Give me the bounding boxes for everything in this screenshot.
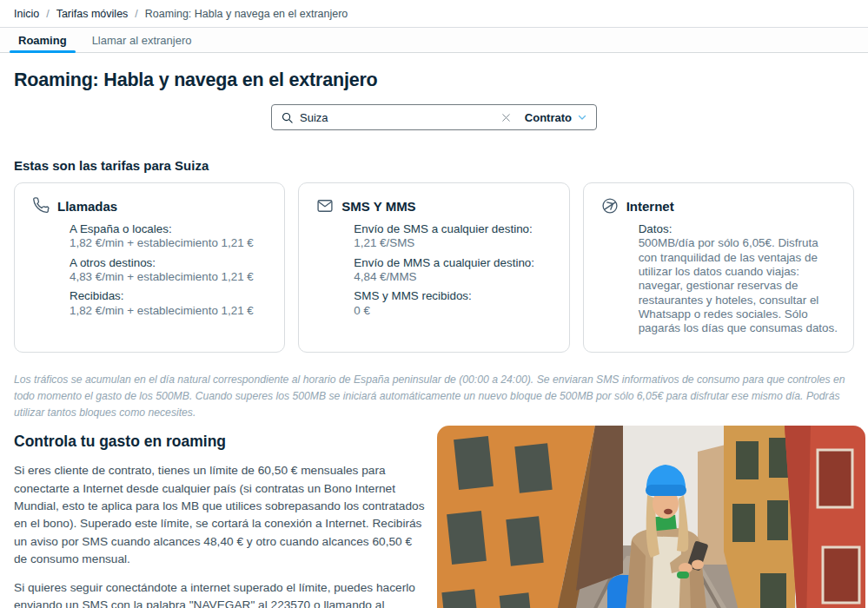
breadcrumb-tarifas-moviles[interactable]: Tarifas móviles — [56, 8, 129, 20]
contract-type-dropdown[interactable]: Contrato — [520, 111, 587, 124]
card-llamadas-header: Llamadas — [32, 197, 270, 215]
card-sms-title: SMS Y MMS — [341, 199, 415, 214]
control-heading: Controla tu gasto en roaming — [14, 433, 426, 451]
main-content: Roaming: Habla y navega en el extranjero… — [0, 69, 868, 608]
tariff-cards: Llamadas A España o locales: 1,82 €/min … — [14, 182, 854, 353]
hero-photo-container — [437, 420, 865, 608]
tariff-value: 0 € — [354, 304, 554, 318]
usage-disclaimer: Los tráficos se acumulan en el día natur… — [14, 372, 854, 421]
roaming-control-section: Controla tu gasto en roaming Si eres cli… — [14, 420, 854, 608]
page-title: Roaming: Habla y navega en el extranjero — [14, 69, 854, 91]
tariff-label: Datos: — [639, 222, 839, 236]
tariff-label: Envío de MMS a cualquier destino: — [354, 256, 554, 270]
tariff-label: A otros destinos: — [70, 256, 270, 270]
tariff-item: Envío de MMS a cualquier destino: 4,84 €… — [354, 256, 554, 285]
card-sms-mms: SMS Y MMS Envío de SMS a cualquier desti… — [298, 182, 569, 353]
chevron-down-icon — [577, 112, 587, 122]
breadcrumb-separator: / — [46, 8, 49, 20]
card-internet-title: Internet — [626, 199, 674, 214]
country-search-box[interactable]: Contrato — [271, 104, 597, 130]
breadcrumb: Inicio / Tarifas móviles / Roaming: Habl… — [0, 0, 868, 27]
tariff-item: Datos: 500MB/día por sólo 6,05€. Disfrut… — [639, 222, 839, 336]
roaming-control-text: Controla tu gasto en roaming Si eres cli… — [14, 420, 426, 608]
tab-bar: Roaming Llamar al extranjero — [0, 27, 868, 53]
tariff-item: SMS y MMS recibidos: 0 € — [354, 289, 554, 318]
tariff-value: 500MB/día por sólo 6,05€. Disfruta con t… — [639, 236, 839, 335]
card-llamadas-body: A España o locales: 1,82 €/min + estable… — [70, 222, 270, 318]
tab-llamar-label: Llamar al extranjero — [92, 34, 192, 47]
globe-icon — [601, 197, 619, 215]
tariff-value: 4,84 €/MMS — [354, 270, 554, 284]
tariff-item: A otros destinos: 4,83 €/min + estableci… — [70, 256, 270, 285]
control-paragraph-2-line1: Si quieres seguir conectándote a interne… — [14, 581, 415, 608]
country-search-input[interactable] — [300, 111, 493, 124]
tariff-label: Envío de SMS a cualquier destino: — [354, 222, 554, 236]
card-internet-body: Datos: 500MB/día por sólo 6,05€. Disfrut… — [639, 222, 839, 336]
hero-photo — [437, 426, 865, 608]
search-row: Contrato — [14, 104, 854, 130]
breadcrumb-current-page: Roaming: Habla y navega en el extranjero — [145, 8, 348, 20]
card-llamadas: Llamadas A España o locales: 1,82 €/min … — [14, 182, 285, 353]
tab-llamar-al-extranjero[interactable]: Llamar al extranjero — [83, 28, 201, 52]
tariff-value: 1,82 €/min + establecimiento 1,21 € — [70, 304, 270, 318]
tariff-item: Recibidas: 1,82 €/min + establecimiento … — [70, 289, 270, 318]
tariff-item: A España o locales: 1,82 €/min + estable… — [70, 222, 270, 251]
tariff-label: Recibidas: — [70, 289, 270, 303]
card-internet: Internet Datos: 500MB/día por sólo 6,05€… — [583, 182, 854, 353]
tariff-value: 4,83 €/min + establecimiento 1,21 € — [70, 270, 270, 284]
card-sms-header: SMS Y MMS — [316, 197, 554, 215]
tariff-label: A España o locales: — [70, 222, 270, 236]
search-icon — [281, 111, 294, 124]
control-paragraph-2: Si quieres seguir conectándote a interne… — [14, 579, 426, 608]
contract-type-label: Contrato — [525, 111, 572, 124]
control-paragraph-1: Si eres cliente de contrato, tienes un l… — [14, 462, 426, 568]
breadcrumb-inicio[interactable]: Inicio — [14, 8, 39, 20]
tariff-label: SMS y MMS recibidos: — [354, 289, 554, 303]
close-icon[interactable] — [499, 110, 514, 125]
envelope-icon — [316, 197, 334, 215]
card-internet-header: Internet — [601, 197, 839, 215]
breadcrumb-separator: / — [135, 8, 137, 20]
card-llamadas-title: Llamadas — [57, 199, 117, 214]
tab-roaming[interactable]: Roaming — [10, 28, 76, 52]
phone-icon — [32, 197, 50, 215]
card-sms-body: Envío de SMS a cualquier destino: 1,21 €… — [354, 222, 554, 318]
tariff-value: 1,21 €/SMS — [354, 236, 554, 250]
tab-roaming-label: Roaming — [18, 34, 67, 47]
tariff-value: 1,82 €/min + establecimiento 1,21 € — [70, 236, 270, 250]
tariff-item: Envío de SMS a cualquier destino: 1,21 €… — [354, 222, 554, 251]
tariffs-heading: Estas son las tarifas para Suiza — [14, 158, 854, 173]
